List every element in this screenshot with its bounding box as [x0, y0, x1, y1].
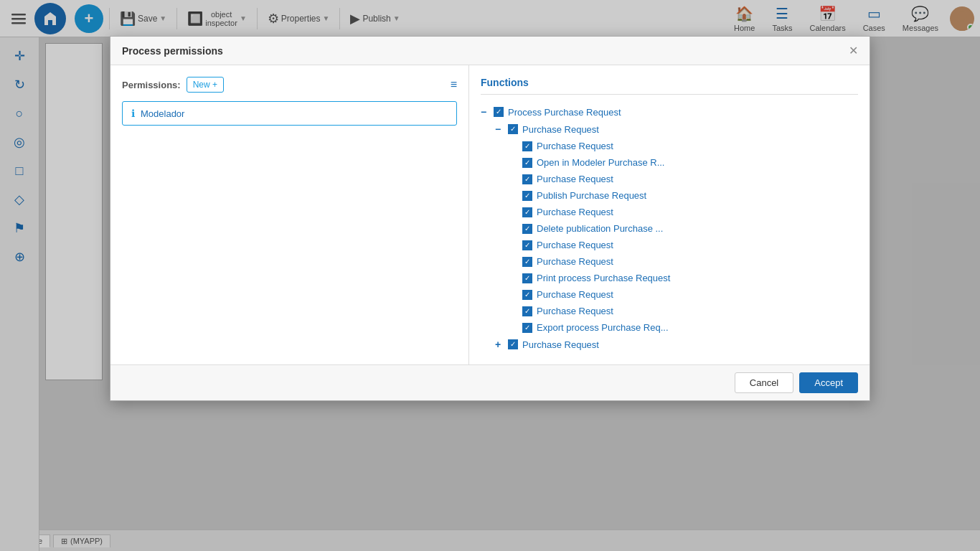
permissions-tree: −Process Purchase Request−Purchase Reque… — [481, 103, 858, 353]
tree-item-13[interactable]: Export process Purchase Req... — [509, 319, 858, 336]
collapse-button-14[interactable]: + — [495, 339, 504, 350]
left-panel: Permissions: New + ≡ ℹ Modelador — [110, 65, 469, 364]
tree-item-0[interactable]: −Process Purchase Request — [481, 103, 858, 121]
tree-label-4: Purchase Request — [537, 174, 613, 184]
tree-item-2[interactable]: Purchase Request — [509, 138, 858, 154]
dialog-header: Process permissions ✕ — [110, 37, 870, 65]
dialog-footer: Cancel Accept — [110, 364, 870, 400]
list-view-button[interactable]: ≡ — [451, 78, 457, 91]
tree-label-9: Purchase Request — [537, 256, 613, 267]
role-name-label: Modelador — [141, 108, 184, 119]
tree-item-4[interactable]: Purchase Request — [509, 171, 858, 187]
accept-button[interactable]: Accept — [799, 372, 858, 393]
dialog-close-button[interactable]: ✕ — [849, 44, 858, 57]
tree-checkbox-5[interactable] — [522, 191, 532, 201]
tree-item-14[interactable]: +Purchase Request — [495, 336, 858, 353]
tree-checkbox-13[interactable] — [522, 323, 532, 333]
tree-checkbox-14[interactable] — [508, 339, 518, 349]
tree-label-0: Process Purchase Request — [508, 107, 621, 118]
cancel-button[interactable]: Cancel — [735, 372, 793, 393]
role-item-modelador[interactable]: ℹ Modelador — [122, 101, 457, 126]
tree-label-1: Purchase Request — [522, 124, 599, 135]
tree-checkbox-4[interactable] — [522, 174, 532, 184]
dialog-body: Permissions: New + ≡ ℹ Modelador Functio… — [110, 65, 870, 364]
tree-item-11[interactable]: Purchase Request — [509, 286, 858, 303]
tree-label-7: Delete publication Purchase ... — [537, 223, 663, 234]
permissions-header: Permissions: New + ≡ — [122, 77, 457, 93]
tree-label-13: Export process Purchase Req... — [537, 322, 669, 333]
tree-label-8: Purchase Request — [537, 240, 613, 250]
tree-label-10: Print process Purchase Request — [537, 273, 670, 283]
tree-item-12[interactable]: Purchase Request — [509, 303, 858, 319]
tree-checkbox-9[interactable] — [522, 257, 532, 267]
new-permission-button[interactable]: New + — [187, 77, 224, 93]
tree-checkbox-7[interactable] — [522, 224, 532, 234]
permissions-label: Permissions: — [122, 80, 181, 90]
tree-label-3: Open in Modeler Purchase R... — [537, 157, 664, 168]
tree-checkbox-6[interactable] — [522, 207, 532, 217]
tree-checkbox-3[interactable] — [522, 158, 532, 168]
tree-item-3[interactable]: Open in Modeler Purchase R... — [509, 154, 858, 171]
tree-label-5: Publish Purchase Request — [537, 190, 646, 201]
tree-item-6[interactable]: Purchase Request — [509, 204, 858, 220]
right-panel: Functions −Process Purchase Request−Purc… — [469, 65, 870, 364]
tree-item-1[interactable]: −Purchase Request — [495, 121, 858, 138]
tree-checkbox-8[interactable] — [522, 240, 532, 250]
tree-checkbox-0[interactable] — [494, 107, 504, 117]
process-permissions-dialog: Process permissions ✕ Permissions: New +… — [110, 36, 870, 401]
tree-item-8[interactable]: Purchase Request — [509, 237, 858, 253]
tree-label-11: Purchase Request — [537, 289, 613, 300]
tree-label-2: Purchase Request — [537, 141, 613, 151]
tree-checkbox-12[interactable] — [522, 306, 532, 316]
tree-checkbox-10[interactable] — [522, 273, 532, 283]
collapse-button-0[interactable]: − — [481, 106, 489, 118]
tree-checkbox-11[interactable] — [522, 290, 532, 300]
dialog-title: Process permissions — [122, 45, 223, 57]
new-button-label: New + — [193, 80, 217, 90]
collapse-button-1[interactable]: − — [495, 123, 504, 135]
dialog-overlay: Process permissions ✕ Permissions: New +… — [0, 0, 980, 551]
functions-title: Functions — [481, 77, 858, 95]
tree-item-5[interactable]: Publish Purchase Request — [509, 187, 858, 204]
tree-label-6: Purchase Request — [537, 207, 613, 217]
tree-label-14: Purchase Request — [522, 339, 599, 350]
tree-item-7[interactable]: Delete publication Purchase ... — [509, 220, 858, 237]
tree-label-12: Purchase Request — [537, 306, 613, 316]
tree-checkbox-2[interactable] — [522, 141, 532, 151]
role-info-icon: ℹ — [131, 108, 135, 119]
tree-item-10[interactable]: Print process Purchase Request — [509, 270, 858, 286]
tree-checkbox-1[interactable] — [508, 124, 518, 134]
tree-item-9[interactable]: Purchase Request — [509, 253, 858, 270]
